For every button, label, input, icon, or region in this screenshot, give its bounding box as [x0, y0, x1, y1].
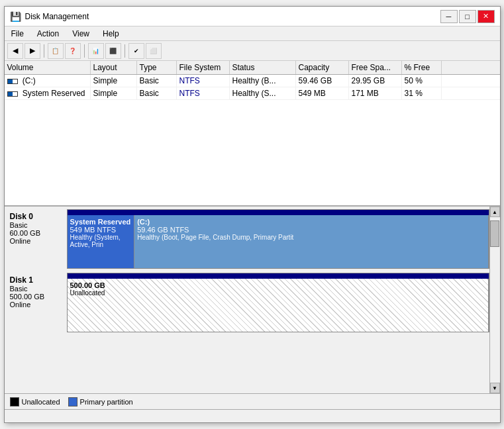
- toolbar-btn-5[interactable]: ✔: [128, 43, 144, 59]
- legend-item-unallocated: Unallocated: [10, 397, 60, 406]
- legend-item-primary: Primary partition: [68, 397, 133, 406]
- cell-pct-1: 31 %: [402, 87, 442, 99]
- main-window: 💾 Disk Management ─ □ ✕ File Action View…: [4, 6, 501, 423]
- part-status-unalloc: Unallocated: [70, 289, 485, 297]
- menu-view[interactable]: View: [68, 28, 93, 40]
- title-controls: ─ □ ✕: [440, 10, 495, 23]
- cell-type-1: Basic: [137, 87, 177, 99]
- title-bar: 💾 Disk Management ─ □ ✕: [5, 7, 500, 26]
- help-button[interactable]: ❓: [65, 43, 81, 59]
- cell-status-0: Healthy (B...: [230, 75, 296, 87]
- properties-button[interactable]: 📋: [48, 43, 64, 59]
- disk-type-1: Basic: [10, 285, 64, 293]
- title-bar-left: 💾 Disk Management: [10, 11, 89, 22]
- disk-size-0: 60.00 GB: [10, 229, 64, 237]
- part-status-sysres: Healthy (System, Active, Prin: [70, 234, 132, 248]
- disk-parts-row-0: System Reserved 549 MB NTFS Healthy (Sys…: [68, 215, 489, 268]
- maximize-button[interactable]: □: [459, 10, 476, 23]
- scroll-track[interactable]: [490, 217, 500, 383]
- minimize-button[interactable]: ─: [440, 10, 458, 23]
- disk-view-wrapper: Disk 0 Basic 60.00 GB Online System Rese…: [5, 207, 500, 393]
- part-status-c: Healthy (Boot, Page File, Crash Dump, Pr…: [137, 234, 485, 241]
- cell-fs-1: NTFS: [177, 87, 230, 99]
- col-header-capacity[interactable]: Capacity: [296, 61, 349, 74]
- disk-parts-row-1: 500.00 GB Unallocated: [68, 279, 489, 332]
- part-name-sysres: System Reserved: [70, 218, 132, 226]
- col-header-layout[interactable]: Layout: [91, 61, 137, 74]
- disk-type-0: Basic: [10, 221, 64, 229]
- legend: Unallocated Primary partition: [5, 393, 500, 409]
- part-size-c: 59.46 GB NTFS: [137, 226, 485, 234]
- list-row[interactable]: (C:) Simple Basic NTFS Healthy (B... 59.…: [5, 75, 500, 87]
- disk-size-1: 500.00 GB: [10, 293, 64, 301]
- cell-free-1: 171 MB: [349, 87, 402, 99]
- close-button[interactable]: ✕: [478, 10, 495, 23]
- disk-top-bar-0: [68, 210, 489, 215]
- disk-name-0: Disk 0: [10, 212, 64, 221]
- cell-volume-0: (C:): [5, 75, 91, 87]
- cell-fs-0: NTFS: [177, 75, 230, 87]
- list-view: Volume Layout Type File System Status Ca…: [5, 61, 500, 207]
- disk-row-0: Disk 0 Basic 60.00 GB Online System Rese…: [7, 209, 489, 269]
- status-bar: [5, 409, 500, 422]
- disk-top-bar-1: [68, 273, 489, 279]
- part-size-unalloc: 500.00 GB: [70, 281, 485, 289]
- cell-volume-1: System Reserved: [5, 87, 91, 99]
- list-row[interactable]: System Reserved Simple Basic NTFS Health…: [5, 87, 500, 100]
- toolbar-separator-3: [125, 44, 125, 58]
- col-header-freepct[interactable]: % Free: [402, 61, 442, 74]
- toolbar-separator-1: [44, 44, 44, 58]
- disk-label-1: Disk 1 Basic 500.00 GB Online: [7, 273, 67, 332]
- disk-partitions-1: 500.00 GB Unallocated New Simple Volume.…: [67, 273, 489, 332]
- forward-button[interactable]: ▶: [25, 43, 40, 59]
- menu-action[interactable]: Action: [33, 28, 63, 40]
- list-header: Volume Layout Type File System Status Ca…: [5, 61, 500, 75]
- col-header-status[interactable]: Status: [230, 61, 296, 74]
- app-icon: 💾: [10, 11, 21, 22]
- disk-partitions-0: System Reserved 549 MB NTFS Healthy (Sys…: [67, 209, 489, 269]
- disk-status-1: Online: [10, 301, 64, 309]
- disk-label-0: Disk 0 Basic 60.00 GB Online: [7, 209, 67, 269]
- col-header-fs[interactable]: File System: [177, 61, 230, 74]
- scroll-down-button[interactable]: ▼: [490, 383, 500, 393]
- disk-row-1: Disk 1 Basic 500.00 GB Online 500.00 GB …: [7, 273, 489, 332]
- cell-layout-0: Simple: [91, 75, 137, 87]
- legend-color-unallocated: [10, 397, 19, 406]
- legend-label-unallocated: Unallocated: [22, 398, 60, 406]
- main-area: Volume Layout Type File System Status Ca…: [5, 61, 500, 422]
- legend-label-primary: Primary partition: [80, 398, 133, 406]
- col-header-type[interactable]: Type: [137, 61, 177, 74]
- disk-status-0: Online: [10, 237, 64, 245]
- menu-help[interactable]: Help: [99, 28, 123, 40]
- toolbar-btn-4[interactable]: ⬛: [105, 43, 121, 59]
- cell-status-1: Healthy (S...: [230, 87, 296, 99]
- col-header-volume[interactable]: Volume: [5, 61, 91, 74]
- part-name-c: (C:): [137, 218, 485, 226]
- disk-view: Disk 0 Basic 60.00 GB Online System Rese…: [5, 207, 489, 393]
- disk-name-1: Disk 1: [10, 275, 64, 285]
- col-header-freespace[interactable]: Free Spa...: [349, 61, 402, 74]
- toolbar: ◀ ▶ 📋 ❓ 📊 ⬛ ✔ ⬜: [5, 41, 500, 61]
- disk-part-c[interactable]: (C:) 59.46 GB NTFS Healthy (Boot, Page F…: [134, 215, 488, 268]
- cell-layout-1: Simple: [91, 87, 137, 99]
- menu-file[interactable]: File: [7, 28, 28, 40]
- cell-capacity-0: 59.46 GB: [296, 75, 349, 87]
- legend-color-primary: [68, 397, 77, 406]
- cell-capacity-1: 549 MB: [296, 87, 349, 99]
- vertical-scrollbar[interactable]: ▲ ▼: [489, 207, 500, 393]
- disk-part-unallocated[interactable]: 500.00 GB Unallocated: [68, 279, 489, 332]
- scroll-thumb[interactable]: [490, 220, 499, 247]
- toolbar-btn-3[interactable]: 📊: [88, 43, 104, 59]
- toolbar-btn-6[interactable]: ⬜: [146, 43, 162, 59]
- disk-part-system-reserved[interactable]: System Reserved 549 MB NTFS Healthy (Sys…: [68, 215, 135, 268]
- scroll-up-button[interactable]: ▲: [490, 207, 500, 217]
- menu-bar: File Action View Help: [5, 26, 500, 41]
- toolbar-separator-2: [84, 44, 85, 58]
- cell-pct-0: 50 %: [402, 75, 442, 87]
- window-title: Disk Management: [25, 12, 89, 21]
- cell-type-0: Basic: [137, 75, 177, 87]
- cell-free-0: 29.95 GB: [349, 75, 402, 87]
- part-size-sysres: 549 MB NTFS: [70, 226, 132, 234]
- back-button[interactable]: ◀: [7, 43, 23, 59]
